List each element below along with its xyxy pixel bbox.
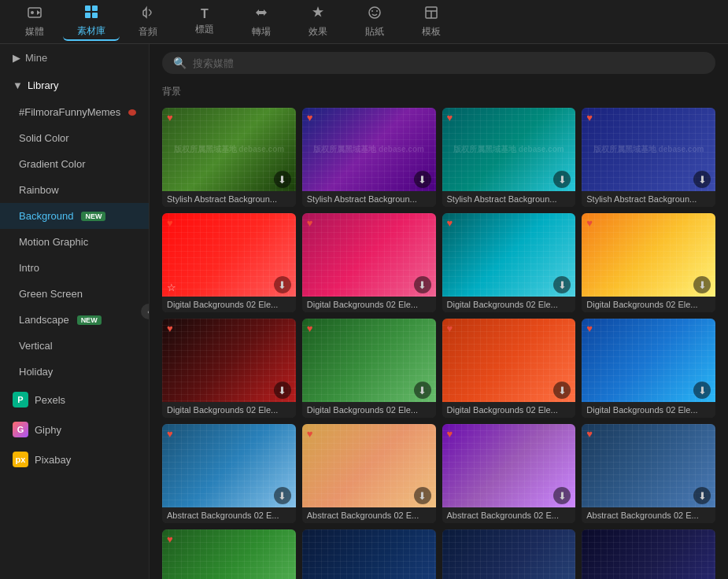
heart-icon[interactable]: ♥ bbox=[586, 428, 593, 440]
pexels-icon: P bbox=[13, 392, 28, 408]
nav-text[interactable]: T 標題 bbox=[176, 3, 233, 41]
pixel-overlay bbox=[582, 529, 715, 579]
sidebar-provider-giphy[interactable]: G Giphy bbox=[0, 415, 149, 444]
media-card[interactable]: ♥ ⬇ Abstract Backgrounds 02 E... bbox=[162, 424, 296, 523]
sidebar-mine-label: Mine bbox=[25, 52, 47, 64]
motion-label: Motion Graphic bbox=[19, 236, 88, 248]
nav-transition[interactable]: 轉場 bbox=[233, 3, 290, 41]
download-icon[interactable]: ⬇ bbox=[274, 382, 291, 399]
holiday-label: Holiday bbox=[19, 366, 53, 378]
card-thumbnail: 版权所属黑域基地 debase.com ♥ ⬇ bbox=[582, 108, 715, 191]
search-wrapper: 🔍 bbox=[162, 52, 715, 74]
media-card[interactable]: ♥ ⬇ Abstract Backgrounds 02 E... bbox=[442, 424, 576, 523]
content-area: 🔍 背景 版权所属黑域基地 debase.com ♥ ⬇ Stylish Abs… bbox=[150, 44, 728, 579]
heart-icon[interactable]: ♥ bbox=[447, 112, 453, 124]
heart-icon[interactable]: ♥ bbox=[167, 112, 173, 124]
media-card[interactable]: ♥ ⬇ Digital Backgrounds 02 Ele... bbox=[582, 319, 715, 418]
sidebar-library-header[interactable]: ▼ Library bbox=[0, 72, 149, 99]
search-input[interactable] bbox=[193, 57, 704, 69]
media-card[interactable]: ♥ ⬇ Digital Backgrounds 02 Ele... bbox=[162, 319, 296, 418]
sidebar-item-rainbow[interactable]: Rainbow bbox=[0, 177, 149, 203]
media-card[interactable]: ♥ ⬇ Abstract Backgrounds 02 E... bbox=[162, 529, 296, 579]
sidebar-item-vertical[interactable]: Vertical bbox=[0, 333, 149, 359]
card-label: Abstract Backgrounds 02 E... bbox=[582, 507, 715, 523]
heart-icon[interactable]: ♥ bbox=[447, 428, 453, 440]
sidebar-item-greenscreen[interactable]: Green Screen bbox=[0, 281, 149, 307]
heart-icon[interactable]: ♥ bbox=[167, 428, 173, 440]
sidebar-item-landscape[interactable]: Landscape NEW bbox=[0, 307, 149, 333]
download-icon[interactable]: ⬇ bbox=[414, 382, 431, 399]
sidebar-item-solid[interactable]: Solid Color bbox=[0, 125, 149, 151]
sidebar-mine[interactable]: ▶ Mine bbox=[0, 44, 149, 72]
media-card[interactable]: ♥ ⬇ Digital Backgrounds 02 Ele... bbox=[442, 319, 576, 418]
media-card[interactable]: ♥ ⬇ Digital Backgrounds 02 Ele... bbox=[302, 213, 436, 312]
sidebar-item-gradient[interactable]: Gradient Color bbox=[0, 151, 149, 177]
media-card[interactable]: 版权所属黑域基地 debase.com ♥ ⬇ Stylish Abstract… bbox=[442, 108, 576, 207]
heart-icon[interactable]: ♥ bbox=[307, 323, 313, 334]
card-thumbnail: 版权所属黑域基地 debase.com ♥ ⬇ bbox=[302, 108, 436, 191]
nav-stickers-label: 貼紙 bbox=[365, 25, 384, 39]
sidebar-item-filmora[interactable]: #FilmoraFunnyMemes bbox=[0, 99, 149, 125]
sidebar-item-intro[interactable]: Intro bbox=[0, 255, 149, 281]
download-icon[interactable]: ⬇ bbox=[414, 171, 431, 188]
download-icon[interactable]: ⬇ bbox=[414, 276, 431, 293]
heart-icon[interactable]: ♥ bbox=[167, 217, 173, 229]
media-card[interactable]: ♥ ⬇ Digital Backgrounds 02 Ele... bbox=[442, 213, 576, 312]
card-thumbnail: ⬇ bbox=[302, 529, 436, 579]
card-thumbnail: ♥ ⬇ bbox=[302, 424, 436, 507]
heart-icon[interactable]: ♥ bbox=[586, 323, 593, 334]
card-thumbnail: 版权所属黑域基地 debase.com ♥ ⬇ bbox=[442, 108, 576, 191]
content-label-text: 背景 bbox=[162, 86, 181, 97]
nav-library-label: 素材庫 bbox=[77, 24, 105, 38]
media-card[interactable]: 版权所属黑域基地 debase.com ♥ ⬇ Stylish Abstract… bbox=[302, 108, 436, 207]
sidebar-provider-pixabay[interactable]: px Pixabay bbox=[0, 444, 149, 474]
card-thumbnail: ♥ ⬇ bbox=[302, 213, 436, 297]
sidebar-item-motion[interactable]: Motion Graphic bbox=[0, 229, 149, 255]
nav-stickers[interactable]: 貼紙 bbox=[346, 3, 403, 41]
media-card[interactable]: ♥ ⬇ Abstract Backgrounds 02 E... bbox=[302, 424, 436, 523]
media-card[interactable]: 版权所属黑域基地 debase.com ♥ ⬇ Stylish Abstract… bbox=[162, 108, 296, 207]
sidebar-item-holiday[interactable]: Holiday bbox=[0, 359, 149, 385]
heart-icon[interactable]: ♥ bbox=[307, 428, 313, 440]
pixel-overlay bbox=[442, 529, 576, 579]
rainbow-label: Rainbow bbox=[19, 184, 59, 196]
sidebar-item-background[interactable]: Background NEW bbox=[0, 203, 149, 229]
heart-icon[interactable]: ♥ bbox=[447, 323, 453, 334]
nav-template[interactable]: 模板 bbox=[403, 3, 460, 41]
download-icon[interactable]: ⬇ bbox=[274, 276, 291, 293]
media-card[interactable]: ♥ ⬇ Abstract Backgrounds 02 E... bbox=[582, 424, 715, 523]
star-icon[interactable]: ☆ bbox=[167, 282, 176, 293]
nav-audio[interactable]: 音頻 bbox=[120, 3, 176, 41]
svg-rect-4 bbox=[85, 13, 91, 18]
mine-arrow: ▶ bbox=[13, 52, 20, 64]
heart-icon[interactable]: ♥ bbox=[586, 112, 593, 124]
heart-icon[interactable]: ♥ bbox=[167, 323, 173, 334]
nav-library[interactable]: 素材庫 bbox=[63, 3, 120, 41]
nav-audio-label: 音頻 bbox=[139, 25, 157, 39]
svg-point-6 bbox=[369, 7, 380, 18]
media-card[interactable]: ⬇ Digital Background Pack El... bbox=[302, 529, 436, 579]
download-icon[interactable]: ⬇ bbox=[274, 171, 291, 188]
nav-effects[interactable]: 效果 bbox=[290, 3, 346, 41]
download-icon[interactable]: ⬇ bbox=[274, 487, 291, 504]
heart-icon[interactable]: ♥ bbox=[447, 217, 453, 229]
nav-media[interactable]: 媒體 bbox=[6, 3, 63, 41]
sidebar-provider-pexels[interactable]: P Pexels bbox=[0, 385, 149, 415]
heart-icon[interactable]: ♥ bbox=[586, 217, 593, 229]
media-card[interactable]: ♥ ⬇ Digital Backgrounds 02 Ele... bbox=[582, 213, 715, 312]
media-card[interactable]: 版权所属黑域基地 debase.com ♥ ⬇ Stylish Abstract… bbox=[582, 108, 715, 207]
library-arrow: ▼ bbox=[13, 79, 23, 91]
heart-icon[interactable]: ♥ bbox=[307, 217, 313, 229]
card-label: Stylish Abstract Backgroun... bbox=[162, 191, 296, 207]
media-card[interactable]: ⬇ Digital Background Pack El... bbox=[582, 529, 715, 579]
download-icon[interactable]: ⬇ bbox=[414, 487, 431, 504]
nav-transition-label: 轉場 bbox=[252, 25, 271, 39]
media-card[interactable]: ♥ ⬇ Digital Backgrounds 02 Ele... bbox=[302, 319, 436, 418]
media-card[interactable]: ⬇ Digital Background Pack El... bbox=[442, 529, 576, 579]
heart-icon[interactable]: ♥ bbox=[307, 112, 313, 124]
card-thumbnail: ♥ ⬇ bbox=[442, 213, 576, 297]
heart-icon[interactable]: ♥ bbox=[167, 533, 173, 545]
download-icon[interactable]: ⬇ bbox=[693, 171, 711, 188]
pixel-overlay bbox=[302, 529, 436, 579]
media-card[interactable]: ♥ ☆ ⬇ Digital Backgrounds 02 Ele... bbox=[162, 213, 296, 312]
